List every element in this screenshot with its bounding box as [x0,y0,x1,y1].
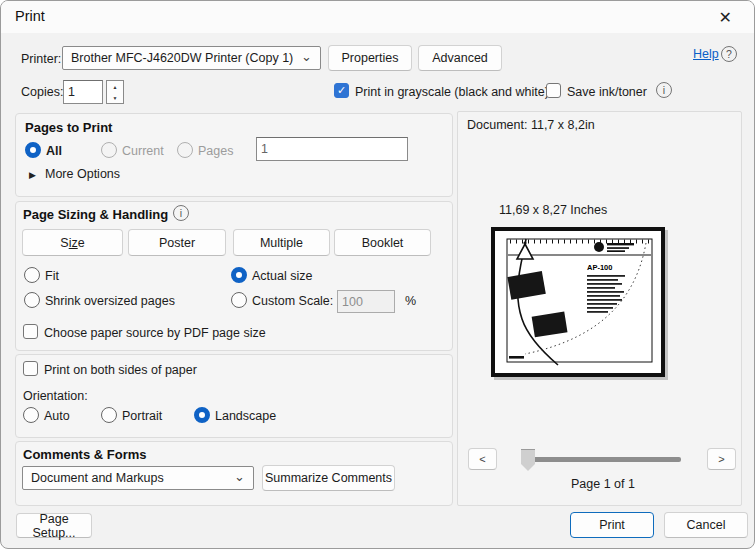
sizing-info-icon[interactable]: i [173,205,189,221]
custom-scale-input[interactable] [337,290,395,313]
preview-drawing: AP-100 [495,231,661,373]
fit-label[interactable]: Fit [45,269,59,283]
printer-select-value: Brother MFC-J4620DW Printer (Copy 1) [71,51,293,65]
landscape-radio[interactable] [194,407,210,423]
portrait-label[interactable]: Portrait [122,409,162,423]
auto-radio[interactable] [23,407,39,423]
more-options-label[interactable]: More Options [45,167,120,181]
comments-select-value: Document and Markups [31,471,164,485]
preview-size-info: 11,69 x 8,27 Inches [499,203,607,217]
all-radio[interactable] [25,142,41,158]
grayscale-checkbox[interactable]: ✓ [334,83,349,98]
pages-range-input[interactable] [256,137,408,161]
paper-source-label[interactable]: Choose paper source by PDF page size [44,326,266,340]
comments-select[interactable]: Document and Markups ⌄ [22,466,254,490]
dialog-title: Print [15,8,45,24]
cancel-button[interactable]: Cancel [664,512,748,538]
grayscale-label[interactable]: Print in grayscale (black and white) [355,85,549,99]
actual-size-label[interactable]: Actual size [252,269,312,283]
poster-button[interactable]: Poster [128,229,226,256]
page-slider-track[interactable] [521,457,681,462]
check-icon: ✓ [337,84,346,97]
copies-stepper[interactable]: ▲ ▼ [106,80,124,104]
properties-button[interactable]: Properties [328,45,412,71]
printer-select[interactable]: Brother MFC-J4620DW Printer (Copy 1) ⌄ [62,46,321,70]
auto-label[interactable]: Auto [44,409,70,423]
orientation-label: Orientation: [23,389,88,403]
pages-to-print-title: Pages to Print [25,120,112,135]
copies-input[interactable] [63,80,103,104]
prev-page-button[interactable]: < [468,448,497,470]
more-options-triangle-icon[interactable]: ▶ [29,170,36,180]
advanced-button[interactable]: Advanced [418,45,502,71]
preview-title-text: AP-100 [587,263,612,272]
size-button-label: Size [60,236,84,250]
printer-label: Printer: [21,52,61,66]
both-sides-checkbox[interactable] [23,361,38,376]
custom-scale-label[interactable]: Custom Scale: [252,294,333,308]
page-sizing-title: Page Sizing & Handling [23,207,168,222]
pages-label: Pages [198,144,233,158]
comments-title: Comments & Forms [23,447,147,462]
save-ink-label[interactable]: Save ink/toner [567,85,647,99]
paper-source-checkbox[interactable] [23,324,38,339]
size-button[interactable]: Size [22,229,123,256]
print-button[interactable]: Print [570,512,654,538]
spin-up-icon[interactable]: ▲ [107,81,123,92]
all-label[interactable]: All [46,144,62,158]
chevron-down-icon: ⌄ [234,470,245,483]
document-info: Document: 11,7 x 8,2in [467,118,595,132]
ink-info-icon[interactable]: i [656,82,672,98]
print-dialog: Print ✕ Printer: Brother MFC-J4620DW Pri… [0,0,755,549]
summarize-comments-button[interactable]: Summarize Comments [262,465,395,491]
both-sides-label[interactable]: Print on both sides of paper [44,363,197,377]
actual-size-radio[interactable] [231,267,247,283]
copies-label: Copies: [21,85,63,99]
page-setup-button[interactable]: Page Setup... [16,513,92,538]
close-icon[interactable]: ✕ [713,6,738,29]
landscape-label[interactable]: Landscape [215,409,276,423]
help-link[interactable]: Help [693,47,719,61]
page-indicator: Page 1 of 1 [571,477,635,491]
percent-label: % [405,294,416,308]
help-icon[interactable]: ? [721,46,737,62]
next-page-button[interactable]: > [707,448,736,470]
title-bar: Print ✕ [1,1,754,33]
shrink-label[interactable]: Shrink oversized pages [45,294,175,308]
save-ink-checkbox[interactable] [546,83,561,98]
page-preview: AP-100 [491,227,665,377]
current-label: Current [122,144,164,158]
booklet-button[interactable]: Booklet [334,229,431,256]
custom-scale-radio[interactable] [231,292,247,308]
multiple-button[interactable]: Multiple [233,229,330,256]
fit-radio[interactable] [24,267,40,283]
pages-radio[interactable] [177,142,193,158]
portrait-radio[interactable] [101,407,117,423]
chevron-down-icon: ⌄ [301,50,312,63]
spin-down-icon[interactable]: ▼ [107,92,123,103]
current-radio[interactable] [101,142,117,158]
shrink-radio[interactable] [24,292,40,308]
